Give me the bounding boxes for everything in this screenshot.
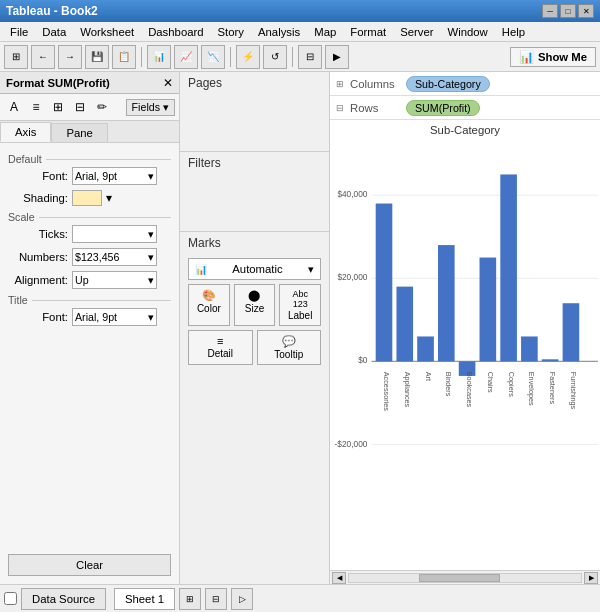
- marks-label: Marks: [180, 232, 329, 254]
- shading-color-box[interactable]: [72, 190, 102, 206]
- xlabel-appliances: Appliances: [403, 372, 412, 408]
- bar-fasteners[interactable]: [542, 359, 559, 361]
- toolbar-connect-icon[interactable]: ⚡: [236, 45, 260, 69]
- data-source-tab-area: Data Source: [4, 588, 106, 610]
- toolbar-refresh-icon[interactable]: ↺: [263, 45, 287, 69]
- columns-shelf-icon: ⊞: [336, 79, 344, 89]
- format-panel: Format SUM(Profit) ✕ A ≡ ⊞ ⊟ ✏ Fields ▾ …: [0, 72, 180, 584]
- menu-map[interactable]: Map: [308, 23, 342, 41]
- bar-binders[interactable]: [438, 245, 455, 361]
- bar-appliances[interactable]: [396, 287, 413, 362]
- marks-detail-button[interactable]: ≡ Detail: [188, 330, 253, 365]
- numbers-dropdown-icon: ▾: [148, 251, 154, 264]
- toolbar-grid-icon[interactable]: ⊞: [4, 45, 28, 69]
- label-label: Label: [288, 310, 312, 321]
- alignment-row: Alignment: Up ▾: [8, 271, 171, 289]
- format-toolbar: A ≡ ⊞ ⊟ ✏ Fields ▾: [0, 94, 179, 121]
- marks-label-button[interactable]: Abc123 Label: [279, 284, 321, 326]
- tooltip-icon: 💬: [282, 335, 296, 348]
- format-header: Format SUM(Profit) ✕: [0, 72, 179, 94]
- separator3: [292, 47, 293, 67]
- toolbar-chart2-icon[interactable]: 📈: [174, 45, 198, 69]
- format-close-icon[interactable]: ✕: [163, 76, 173, 90]
- scroll-thumb[interactable]: [419, 574, 500, 582]
- marks-type-value: Automatic: [232, 263, 282, 275]
- toolbar-back-icon[interactable]: ←: [31, 45, 55, 69]
- main-area: Format SUM(Profit) ✕ A ≡ ⊞ ⊟ ✏ Fields ▾ …: [0, 72, 600, 584]
- menu-server[interactable]: Server: [394, 23, 439, 41]
- shading-dropdown-icon[interactable]: ▾: [106, 191, 112, 205]
- marks-type-select[interactable]: 📊 Automatic ▾: [188, 258, 321, 280]
- toolbar-chart-icon[interactable]: 📊: [147, 45, 171, 69]
- close-button[interactable]: ✕: [578, 4, 594, 18]
- duplicate-sheet-icon[interactable]: ⊟: [205, 588, 227, 610]
- font-select[interactable]: Arial, 9pt ▾: [72, 167, 157, 185]
- menu-worksheet[interactable]: Worksheet: [74, 23, 140, 41]
- data-source-checkbox[interactable]: [4, 592, 17, 605]
- present-mode-icon[interactable]: ▷: [231, 588, 253, 610]
- format-title: Format SUM(Profit): [6, 77, 110, 89]
- sheet1-tab[interactable]: Sheet 1: [114, 588, 175, 610]
- ticks-select[interactable]: ▾: [72, 225, 157, 243]
- toolbar-filter-icon[interactable]: ⊟: [298, 45, 322, 69]
- rows-sum-profit-pill[interactable]: SUM(Profit): [406, 100, 480, 116]
- detail-icon: ≡: [217, 335, 223, 347]
- bar-copiers[interactable]: [500, 174, 517, 361]
- scroll-left-arrow[interactable]: ◀: [332, 572, 346, 584]
- marks-size-button[interactable]: ⬤ Size: [234, 284, 276, 326]
- toolbar-forward-icon[interactable]: →: [58, 45, 82, 69]
- tab-pane[interactable]: Pane: [51, 123, 107, 142]
- window-title: Tableau - Book2: [6, 4, 98, 18]
- numbers-value: $123,456: [75, 251, 119, 263]
- fmt-lines-icon[interactable]: ⊟: [70, 97, 90, 117]
- toolbar-chart3-icon[interactable]: 📉: [201, 45, 225, 69]
- minimize-button[interactable]: ─: [542, 4, 558, 18]
- scroll-right-arrow[interactable]: ▶: [584, 572, 598, 584]
- menu-format[interactable]: Format: [344, 23, 392, 41]
- fmt-edit-icon[interactable]: ✏: [92, 97, 112, 117]
- columns-subcategory-pill[interactable]: Sub-Category: [406, 76, 490, 92]
- scroll-track[interactable]: [348, 573, 582, 583]
- shading-row: Shading: ▾: [8, 190, 171, 206]
- menu-window[interactable]: Window: [442, 23, 494, 41]
- tab-axis[interactable]: Axis: [0, 122, 51, 142]
- pages-label: Pages: [180, 72, 329, 94]
- bar-art[interactable]: [417, 336, 434, 361]
- toolbar-save-icon[interactable]: 💾: [85, 45, 109, 69]
- menu-story[interactable]: Story: [212, 23, 250, 41]
- toolbar-copy-icon[interactable]: 📋: [112, 45, 136, 69]
- columns-label: Columns: [350, 78, 400, 90]
- bar-envelopes[interactable]: [521, 336, 538, 361]
- bar-chairs[interactable]: [480, 258, 497, 362]
- fmt-align-icon[interactable]: ≡: [26, 97, 46, 117]
- tab-bar: Axis Pane: [0, 121, 179, 143]
- numbers-select[interactable]: $123,456 ▾: [72, 248, 157, 266]
- menu-analysis[interactable]: Analysis: [252, 23, 306, 41]
- show-me-button[interactable]: 📊 Show Me: [510, 47, 596, 67]
- fmt-border-icon[interactable]: ⊞: [48, 97, 68, 117]
- add-sheet-icon[interactable]: ⊞: [179, 588, 201, 610]
- data-source-tab[interactable]: Data Source: [21, 588, 106, 610]
- maximize-button[interactable]: □: [560, 4, 576, 18]
- clear-button[interactable]: Clear: [8, 554, 171, 576]
- toolbar-present-icon[interactable]: ▶: [325, 45, 349, 69]
- xlabel-envelopes: Envelopes: [527, 372, 536, 406]
- bar-accessories[interactable]: [376, 204, 393, 362]
- bar-furnishings[interactable]: [563, 303, 580, 361]
- xlabel-copiers: Copiers: [507, 372, 516, 397]
- svg-text:-$20,000: -$20,000: [335, 439, 368, 449]
- menu-file[interactable]: File: [4, 23, 34, 41]
- tooltip-label: Tooltip: [274, 349, 303, 360]
- title-font-select[interactable]: Arial, 9pt ▾: [72, 308, 157, 326]
- chart-scrollbar: ◀ ▶: [330, 570, 600, 584]
- marks-color-button[interactable]: 🎨 Color: [188, 284, 230, 326]
- fields-button[interactable]: Fields ▾: [126, 99, 175, 116]
- menu-data[interactable]: Data: [36, 23, 72, 41]
- menu-dashboard[interactable]: Dashboard: [142, 23, 209, 41]
- fmt-font-icon[interactable]: A: [4, 97, 24, 117]
- status-bar: Data Source Sheet 1 ⊞ ⊟ ▷: [0, 584, 600, 612]
- show-me-chart-icon: 📊: [519, 50, 534, 64]
- alignment-select[interactable]: Up ▾: [72, 271, 157, 289]
- marks-tooltip-button[interactable]: 💬 Tooltip: [257, 330, 322, 365]
- menu-help[interactable]: Help: [496, 23, 531, 41]
